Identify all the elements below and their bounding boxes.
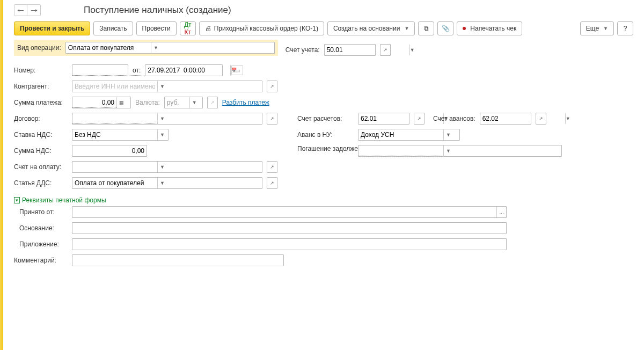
titlebar: 🡐 🡒 Поступление наличных (создание)	[3, 0, 644, 19]
advance-nu-label: Аванс в НУ:	[297, 131, 354, 138]
invoice-input[interactable]	[72, 162, 157, 172]
open-icon: ↗	[267, 113, 277, 124]
chevron-down-icon[interactable]: ▼	[409, 45, 415, 55]
vat-sum-label: Сумма НДС:	[14, 147, 68, 155]
comment-input[interactable]	[72, 255, 283, 266]
structure-button[interactable]: ⧉	[418, 21, 434, 35]
attach-button[interactable]: 📎	[437, 21, 453, 35]
printer-icon: 🖨	[205, 25, 211, 32]
vat-rate-label: Ставка НДС:	[14, 131, 68, 138]
operation-select[interactable]: ▼	[65, 42, 275, 54]
toolbar: Провести и закрыть Записать Провести ДтК…	[3, 19, 644, 40]
basis-input[interactable]	[72, 223, 506, 234]
open-icon: ↗	[380, 45, 390, 55]
settle-acc-input[interactable]	[358, 113, 443, 124]
forward-button[interactable]: 🡒	[27, 5, 40, 16]
post-and-close-button[interactable]: Провести и закрыть	[14, 21, 90, 35]
open-icon: ↗	[414, 113, 424, 124]
print-order-label: Приходный кассовый ордер (КО-1)	[214, 25, 318, 32]
debt-input[interactable]	[358, 145, 443, 156]
chevron-down-icon: ▼	[189, 97, 199, 108]
currency-select: ▼	[164, 97, 203, 108]
contract-open-button[interactable]: ↗	[267, 113, 277, 125]
comment-input-group[interactable]	[72, 254, 284, 266]
print-order-button[interactable]: 🖨 Приходный кассовый ордер (КО-1)	[199, 21, 324, 35]
date-input[interactable]	[145, 65, 230, 76]
advance-acc-label: Счет авансов:	[433, 115, 475, 122]
contract-input[interactable]	[72, 113, 157, 124]
open-icon: ↗	[536, 113, 546, 124]
vat-sum-input[interactable]	[72, 145, 147, 156]
debt-select[interactable]: ▼	[358, 145, 562, 157]
attachment-label: Приложение:	[14, 240, 68, 248]
open-icon: ↗	[267, 81, 277, 92]
date-input-group[interactable]: 📅	[145, 64, 223, 76]
contract-select[interactable]: ▼	[72, 113, 262, 125]
back-button[interactable]: 🡐	[14, 5, 27, 16]
print-form-section-header[interactable]: Реквизиты печатной формы	[14, 193, 633, 206]
settle-acc-open-button[interactable]: ↗	[414, 113, 425, 125]
post-button[interactable]: Провести	[136, 21, 177, 35]
number-input-group[interactable]	[72, 64, 128, 76]
chevron-down-icon: ▼	[603, 26, 608, 31]
from-label: от:	[133, 67, 141, 74]
debt-label: Погашение задолженности:	[297, 145, 354, 152]
chevron-down-icon[interactable]: ▼	[151, 42, 160, 53]
chevron-down-icon: ▼	[404, 26, 409, 31]
chevron-down-icon[interactable]: ▼	[443, 129, 453, 140]
dds-input[interactable]	[72, 178, 157, 188]
advance-nu-input[interactable]	[358, 129, 443, 140]
create-based-label: Создать на основании	[333, 25, 400, 32]
invoice-label: Счет на оплату:	[14, 163, 68, 171]
vat-sum-input-group[interactable]	[72, 145, 147, 157]
vat-rate-input[interactable]	[72, 129, 157, 140]
basis-input-group[interactable]	[72, 222, 507, 234]
attachment-input[interactable]	[72, 239, 506, 250]
calculator-icon[interactable]: ▦	[116, 97, 126, 108]
contract-label: Договор:	[14, 115, 68, 122]
print-check-button[interactable]: Напечатать чек	[457, 21, 522, 35]
dds-select[interactable]: ▼	[72, 177, 262, 189]
print-check-label: Напечатать чек	[470, 25, 516, 32]
chevron-down-icon[interactable]: ▼	[157, 113, 167, 124]
advance-acc-open-button[interactable]: ↗	[536, 113, 546, 125]
vat-rate-select[interactable]: ▼	[72, 129, 169, 141]
received-input-group[interactable]: …	[72, 206, 507, 218]
ellipsis-icon[interactable]: …	[496, 207, 506, 217]
split-payment-link[interactable]: Разбить платеж	[222, 99, 269, 106]
more-button[interactable]: Еще ▼	[580, 21, 614, 35]
chevron-down-icon[interactable]: ▼	[157, 129, 167, 140]
section-label: Реквизиты печатной формы	[22, 196, 106, 204]
operation-input[interactable]	[66, 42, 151, 53]
create-based-button[interactable]: Создать на основании ▼	[327, 21, 415, 35]
invoice-open-button[interactable]: ↗	[267, 161, 277, 173]
contragent-input[interactable]	[72, 81, 157, 92]
advance-acc-input[interactable]	[480, 113, 565, 124]
contragent-select[interactable]: ▼	[72, 81, 262, 92]
help-button[interactable]: ?	[617, 21, 633, 35]
chevron-down-icon[interactable]: ▼	[157, 162, 167, 172]
account-input[interactable]	[325, 45, 409, 55]
more-label: Еще	[586, 25, 599, 32]
dds-open-button[interactable]: ↗	[267, 177, 277, 189]
chevron-down-icon[interactable]: ▼	[565, 113, 570, 124]
red-dot-icon	[463, 27, 466, 30]
advance-acc-select[interactable]: ▼	[480, 113, 531, 125]
attachment-input-group[interactable]	[72, 238, 507, 250]
invoice-select[interactable]: ▼	[72, 161, 262, 173]
payment-sum-input-group[interactable]: ▦	[72, 97, 131, 108]
chevron-down-icon[interactable]: ▼	[443, 145, 453, 156]
contragent-open-button[interactable]: ↗	[267, 81, 277, 92]
page-title: Поступление наличных (создание)	[84, 5, 231, 16]
dtkt-button[interactable]: ДтКт	[180, 21, 196, 35]
payment-sum-label: Сумма платежа:	[14, 99, 68, 106]
advance-nu-select[interactable]: ▼	[358, 129, 460, 141]
chevron-down-icon[interactable]: ▼	[157, 81, 167, 92]
chevron-down-icon[interactable]: ▼	[157, 178, 167, 188]
payment-sum-input[interactable]	[72, 97, 116, 108]
settle-acc-select[interactable]: ▼	[358, 113, 409, 125]
write-button[interactable]: Записать	[93, 21, 133, 35]
account-open-button[interactable]: ↗	[380, 44, 391, 56]
account-select[interactable]: ▼	[324, 44, 376, 56]
received-input[interactable]	[72, 207, 496, 217]
